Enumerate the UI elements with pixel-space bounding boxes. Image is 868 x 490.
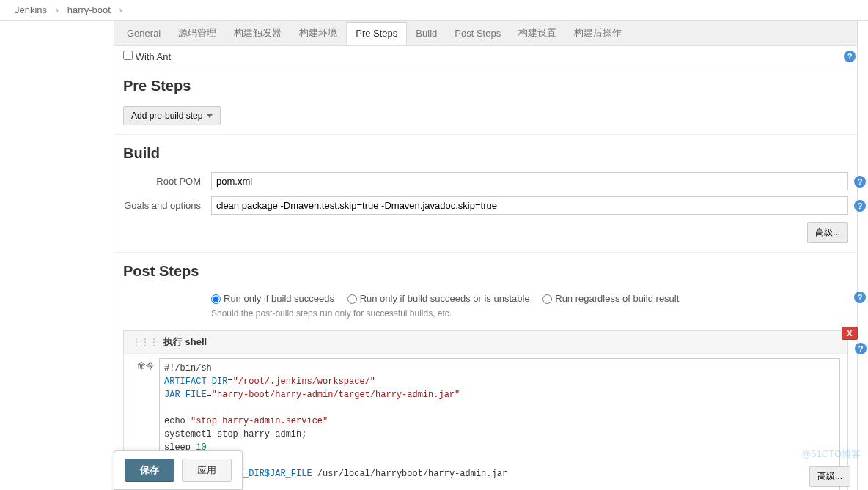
breadcrumb: Jenkins › harry-boot ›: [0, 0, 868, 21]
advanced-button-bottom[interactable]: 高级...: [809, 466, 850, 487]
section-post-steps-title: Post Steps: [114, 252, 857, 287]
post-steps-hint: Should the post-build steps run only for…: [202, 307, 857, 326]
content-panel: With Ant ? Pre Steps Add pre-build step …: [114, 46, 858, 490]
with-ant-label: With Ant: [136, 51, 171, 62]
radio-always[interactable]: [542, 294, 552, 304]
tab-bar: General 源码管理 构建触发器 构建环境 Pre Steps Build …: [114, 21, 858, 46]
help-icon[interactable]: ?: [854, 200, 866, 212]
breadcrumb-sep: ›: [119, 4, 122, 15]
tab-pre-steps[interactable]: Pre Steps: [346, 22, 407, 45]
radio-unstable[interactable]: [347, 294, 357, 304]
shell-step-title: 执行 shell: [163, 335, 207, 349]
tab-triggers[interactable]: 构建触发器: [225, 21, 290, 45]
with-ant-checkbox[interactable]: [123, 51, 133, 60]
tab-scm[interactable]: 源码管理: [169, 21, 225, 45]
goals-label: Goals and options: [123, 200, 211, 211]
tab-build-settings[interactable]: 构建设置: [510, 21, 565, 45]
breadcrumb-sep: ›: [56, 4, 59, 15]
breadcrumb-root[interactable]: Jenkins: [15, 4, 47, 15]
bottom-action-bar: 保存 应用: [114, 450, 243, 490]
delete-step-button[interactable]: X: [842, 327, 858, 340]
help-icon[interactable]: ?: [854, 176, 866, 188]
help-icon[interactable]: ?: [855, 343, 867, 354]
shell-command-textarea[interactable]: #!/bin/sh ARTIFACT_DIR="/root/.jenkins/w…: [159, 358, 840, 490]
root-pom-label: Root POM: [123, 176, 211, 187]
drag-handle-icon[interactable]: ⋮⋮⋮: [131, 336, 158, 348]
breadcrumb-project[interactable]: harry-boot: [67, 4, 111, 15]
goals-input[interactable]: [211, 196, 848, 215]
post-steps-radio-group: Run only if build succeeds Run only if b…: [202, 287, 857, 307]
tab-env[interactable]: 构建环境: [290, 21, 346, 45]
root-pom-input[interactable]: [211, 172, 848, 190]
add-pre-build-step-button[interactable]: Add pre-build step: [123, 106, 221, 125]
tab-post-actions[interactable]: 构建后操作: [565, 21, 630, 45]
tab-build[interactable]: Build: [407, 22, 446, 45]
tab-general[interactable]: General: [118, 22, 169, 45]
advanced-button[interactable]: 高级...: [807, 222, 848, 243]
section-pre-steps-title: Pre Steps: [114, 67, 857, 102]
help-icon[interactable]: ?: [854, 292, 866, 303]
section-build-title: Build: [114, 134, 857, 169]
tab-post-steps[interactable]: Post Steps: [446, 22, 510, 45]
apply-button[interactable]: 应用: [182, 459, 232, 482]
help-icon[interactable]: ?: [844, 51, 856, 62]
radio-success[interactable]: [211, 294, 221, 304]
save-button[interactable]: 保存: [125, 459, 174, 482]
